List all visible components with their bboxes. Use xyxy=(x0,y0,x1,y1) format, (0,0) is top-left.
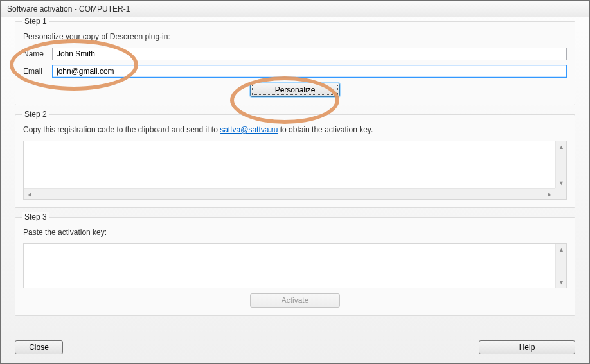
step3-instruction: Paste the activation key: xyxy=(23,228,567,237)
act-key-scrollbar-v[interactable]: ▲ ▼ xyxy=(555,244,566,288)
scroll-up-icon: ▲ xyxy=(556,244,567,255)
activate-row: Activate xyxy=(23,293,567,308)
scroll-down-icon: ▼ xyxy=(556,177,567,188)
step2-title: Step 2 xyxy=(22,110,49,119)
reg-code-scrollbar-v[interactable]: ▲ ▼ xyxy=(555,141,566,188)
personalize-button[interactable]: Personalize xyxy=(250,83,340,97)
footer: Close Help xyxy=(15,340,575,354)
help-button[interactable]: Help xyxy=(479,340,575,354)
scroll-left-icon: ◄ xyxy=(24,189,35,200)
step3-group: Step 3 Paste the activation key: ▲ ▼ Act… xyxy=(15,217,575,316)
personalize-row: Personalize xyxy=(23,83,567,97)
email-label: Email xyxy=(23,67,52,76)
activate-button[interactable]: Activate xyxy=(250,293,340,308)
step2-instruction-pre: Copy this registration code to the clipb… xyxy=(23,125,220,134)
step1-instruction: Personalize your copy of Descreen plug-i… xyxy=(23,32,567,41)
name-row: Name xyxy=(23,48,567,60)
email-input[interactable] xyxy=(52,65,567,78)
step1-title: Step 1 xyxy=(22,17,49,26)
reg-code-scrollbar-h[interactable]: ◄ ► xyxy=(24,188,555,199)
step2-instruction: Copy this registration code to the clipb… xyxy=(23,125,567,134)
registration-code-textarea[interactable] xyxy=(24,141,555,188)
name-input[interactable] xyxy=(52,48,567,60)
registration-code-box: ▲ ▼ ◄ ► xyxy=(23,141,567,200)
scroll-down-icon: ▼ xyxy=(556,277,567,288)
activation-key-box: ▲ ▼ xyxy=(23,243,567,288)
scroll-corner xyxy=(555,188,566,199)
step2-instruction-post: to obtain the activation key. xyxy=(278,125,373,134)
step2-group: Step 2 Copy this registration code to th… xyxy=(15,114,575,208)
scroll-right-icon: ► xyxy=(544,189,555,200)
name-label: Name xyxy=(23,49,52,58)
activation-window: Software activation - COMPUTER-1 Step 1 … xyxy=(0,0,590,364)
step1-group: Step 1 Personalize your copy of Descreen… xyxy=(15,21,575,105)
support-email-link[interactable]: sattva@sattva.ru xyxy=(220,125,278,134)
activation-key-textarea[interactable] xyxy=(24,244,555,288)
window-title: Software activation - COMPUTER-1 xyxy=(1,1,589,17)
email-row: Email xyxy=(23,65,567,78)
step3-title: Step 3 xyxy=(22,212,49,221)
content-area: Step 1 Personalize your copy of Descreen… xyxy=(1,17,589,331)
close-button[interactable]: Close xyxy=(15,340,63,354)
scroll-up-icon: ▲ xyxy=(556,141,567,152)
